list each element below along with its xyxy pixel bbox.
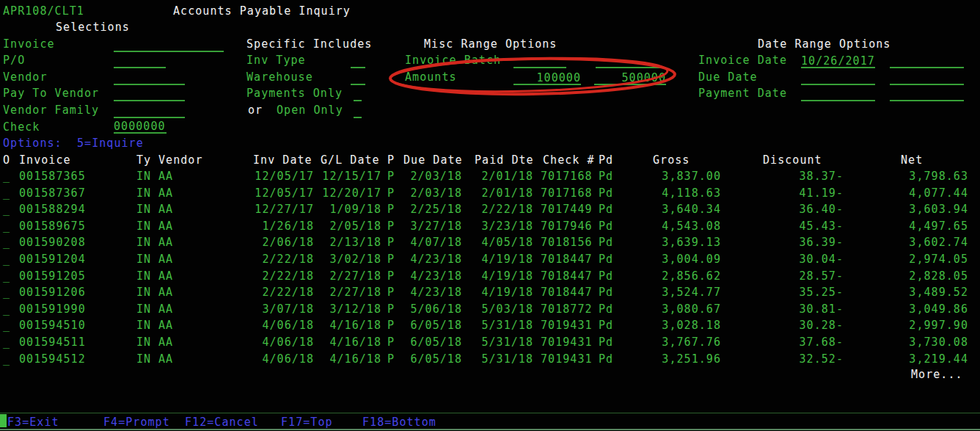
row-net: 3,219.44 <box>877 352 968 366</box>
invoice-date-to-input[interactable] <box>890 55 964 68</box>
row-option-input[interactable]: _ <box>3 336 10 349</box>
amount-to-input[interactable]: 500000 <box>594 72 666 85</box>
col-header-gross: Gross <box>653 153 690 167</box>
row-check-number: 7017168 <box>541 186 593 200</box>
page-title: Accounts Payable Inquiry <box>173 4 351 18</box>
row-paid-flag: Pd <box>599 170 613 183</box>
row-gross: 3,639.13 <box>631 236 721 249</box>
po-input[interactable] <box>114 55 166 68</box>
row-paid-flag: Pd <box>599 236 613 249</box>
row-check-number: 7017449 <box>541 203 593 216</box>
row-option-input[interactable]: _ <box>3 303 10 316</box>
row-option-input[interactable]: _ <box>3 236 10 249</box>
col-header-gl-date: G/L Date <box>321 153 380 167</box>
row-p-flag: P <box>387 203 395 216</box>
table-row: _ 001591205 IN AA 2/22/18 2/27/18 P 4/23… <box>0 269 980 284</box>
fkey-f17-top[interactable]: F17=Top <box>281 416 333 429</box>
table-row: _ 001589675 IN AA 1/26/18 2/05/18 P 3/27… <box>0 220 980 234</box>
row-gross: 3,767.76 <box>631 336 721 349</box>
bottom-separator-line <box>0 413 980 413</box>
row-option-input[interactable]: _ <box>3 220 10 233</box>
row-gross: 4,118.63 <box>631 186 721 200</box>
row-due-date: 2/03/18 <box>396 186 462 200</box>
row-paid-date: 2/01/18 <box>466 170 533 183</box>
row-option-input[interactable]: _ <box>3 286 10 299</box>
row-gross: 3,004.09 <box>631 253 721 266</box>
row-paid-flag: Pd <box>599 203 613 216</box>
row-type: IN <box>136 319 151 332</box>
row-invoice: 001587367 <box>19 186 86 200</box>
row-p-flag: P <box>387 352 395 366</box>
row-due-date: 4/07/18 <box>396 236 462 249</box>
row-paid-flag: Pd <box>599 269 613 283</box>
row-vendor: AA <box>158 336 173 349</box>
row-invoice: 001589675 <box>19 220 86 233</box>
table-row: _ 001591206 IN AA 2/22/18 2/27/18 P 4/23… <box>0 286 980 300</box>
row-discount: 38.37- <box>756 170 844 183</box>
check-input[interactable]: 0000000 <box>114 120 167 134</box>
row-paid-date: 5/31/18 <box>466 319 533 332</box>
specific-includes-heading: Specific Includes <box>246 37 372 51</box>
row-gross: 3,080.67 <box>631 303 721 316</box>
row-invoice: 001594512 <box>19 352 86 366</box>
inv-type-input[interactable] <box>351 55 365 68</box>
invoice-batch-from-input[interactable] <box>513 55 566 68</box>
table-row: _ 001590208 IN AA 2/06/18 2/13/18 P 4/07… <box>0 236 980 250</box>
row-gl-date: 3/12/18 <box>312 303 381 316</box>
col-header-invoice: Invoice <box>19 153 71 167</box>
row-due-date: 6/05/18 <box>396 336 462 349</box>
date-range-heading: Date Range Options <box>758 37 891 51</box>
row-inv-date: 2/22/18 <box>244 253 314 266</box>
col-header-net: Net <box>901 153 923 167</box>
row-type: IN <box>136 186 151 200</box>
fkey-f4-prompt[interactable]: F4=Prompt <box>103 416 170 429</box>
row-vendor: AA <box>158 269 173 283</box>
row-inv-date: 1/26/18 <box>244 220 314 233</box>
row-option-input[interactable]: _ <box>3 253 10 266</box>
row-paid-date: 4/19/18 <box>466 269 533 283</box>
warehouse-label: Warehouse <box>246 70 313 84</box>
misc-range-heading: Misc Range Options <box>424 37 557 51</box>
due-date-to-input[interactable] <box>890 72 964 85</box>
row-gl-date: 1/09/18 <box>312 203 381 216</box>
fkey-f3-exit[interactable]: F3=Exit <box>7 416 59 429</box>
due-date-from-input[interactable] <box>801 72 875 85</box>
row-paid-date: 2/01/18 <box>466 186 533 200</box>
pay-to-vendor-input[interactable] <box>114 88 185 101</box>
payment-date-from-input[interactable] <box>801 88 875 101</box>
row-inv-date: 2/22/18 <box>244 286 314 299</box>
fkey-f18-bottom[interactable]: F18=Bottom <box>362 416 436 429</box>
vendor-input[interactable] <box>114 72 185 85</box>
row-option-input[interactable]: _ <box>3 170 10 183</box>
warehouse-input[interactable] <box>351 72 365 85</box>
row-option-input[interactable]: _ <box>3 186 10 200</box>
row-inv-date: 2/06/18 <box>244 236 314 249</box>
row-gl-date: 2/13/18 <box>312 236 381 249</box>
vendor-family-input[interactable] <box>114 105 185 118</box>
fkey-f12-cancel[interactable]: F12=Cancel <box>185 416 259 429</box>
row-gross: 3,837.00 <box>631 170 721 183</box>
row-p-flag: P <box>387 170 395 183</box>
row-gl-date: 4/16/18 <box>312 336 381 349</box>
row-gross: 3,251.96 <box>631 352 721 366</box>
row-discount: 28.57- <box>756 269 844 283</box>
invoice-input[interactable] <box>114 39 224 52</box>
row-gl-date: 12/20/17 <box>312 186 381 200</box>
row-option-input[interactable]: _ <box>3 319 10 332</box>
table-row: _ 001594511 IN AA 4/06/18 4/16/18 P 6/05… <box>0 336 980 350</box>
row-option-input[interactable]: _ <box>3 269 10 283</box>
vendor-family-label: Vendor Family <box>3 104 99 117</box>
row-option-input[interactable]: _ <box>3 203 10 216</box>
payment-date-to-input[interactable] <box>890 88 964 101</box>
payments-only-input[interactable] <box>354 88 362 101</box>
po-label: P/O <box>3 54 25 67</box>
row-type: IN <box>136 203 151 216</box>
invoice-batch-label: Invoice Batch <box>405 54 501 67</box>
table-row: _ 001591990 IN AA 3/07/18 3/12/18 P 5/06… <box>0 303 980 317</box>
amount-from-input[interactable]: 100000 <box>513 72 581 85</box>
open-only-input[interactable] <box>354 105 362 118</box>
invoice-batch-to-input[interactable] <box>596 55 662 68</box>
row-check-number: 7017168 <box>541 170 593 183</box>
invoice-date-from-input[interactable]: 10/26/2017 <box>801 55 875 68</box>
row-option-input[interactable]: _ <box>3 352 10 366</box>
